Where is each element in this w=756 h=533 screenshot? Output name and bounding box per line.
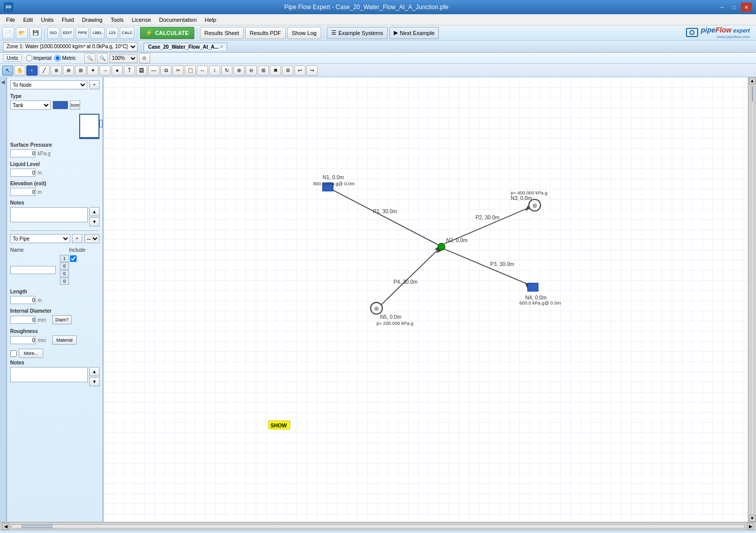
notes-up-button[interactable]: ▲ [89,207,99,216]
right-scrollbar[interactable]: ▲ ▼ [748,77,756,522]
node-n4-tank[interactable] [528,283,538,291]
type-select[interactable]: Tank [10,101,51,110]
new-button[interactable]: 📄 [2,27,14,39]
liquid-level-input[interactable] [10,169,36,177]
pipe-name-input[interactable] [10,266,56,274]
pump-tool[interactable]: ⊕ [51,65,62,76]
example-systems-button[interactable]: ☰ Example Systems [327,27,388,39]
zoom-out-button[interactable]: 🔍 [84,53,95,63]
include-checkbox[interactable] [70,255,77,262]
zone-select[interactable]: Zone 1: Water [1000.000000 kg/m³ at 0.0k… [3,42,138,51]
add-pipe-button[interactable]: + [72,234,82,243]
copy-tool[interactable]: ⧉ [160,65,171,76]
color-swatch[interactable] [53,101,68,109]
redo-tool[interactable]: ↪ [306,65,318,76]
pipe-p4-line[interactable] [380,249,439,307]
pipe-tool[interactable]: ╱ [39,65,50,76]
material-button[interactable]: Material [52,336,77,345]
image-tool[interactable]: 🖼 [136,65,147,76]
valve-tool[interactable]: ⊗ [63,65,74,76]
menu-help[interactable]: Help [201,16,221,24]
flow-tool[interactable]: → [99,65,111,76]
cut-tool[interactable]: ✂ [173,65,184,76]
close-button[interactable]: ✕ [741,3,752,12]
results-pdf-button[interactable]: Results PDF [245,27,286,39]
tab-close-button[interactable]: × [220,44,223,49]
add-node-button[interactable]: + [89,80,99,89]
select-tool[interactable]: ↖ [2,65,13,76]
metric-radio[interactable] [54,55,61,61]
metric-radio-label[interactable]: Metric [54,55,76,61]
line-tool[interactable]: — [148,65,159,76]
minimize-button[interactable]: ─ [716,3,728,12]
scroll-down-arrow[interactable]: ▼ [749,515,756,522]
more-checkbox[interactable] [10,350,17,357]
imperial-radio-label[interactable]: Imperial [26,55,52,61]
imperial-radio[interactable] [26,55,32,61]
scroll-track-right[interactable] [752,84,753,515]
surface-pressure-input[interactable] [10,149,36,157]
roughness-input[interactable] [10,336,36,344]
properties-tool[interactable]: ⚙ [282,65,293,76]
active-tab[interactable]: Case_20_Water_Flow_At_A... × [144,43,227,51]
node-tool[interactable]: ● [112,65,123,76]
pipe-button[interactable]: PIPE [76,27,89,39]
menu-drawing[interactable]: Drawing [78,16,107,24]
to-pipe-select[interactable]: To Pipe [10,234,70,243]
menu-units[interactable]: Units [37,16,58,24]
pipe-notes-input[interactable] [10,367,88,382]
menu-file[interactable]: File [2,16,19,24]
node-n2-junction[interactable] [438,243,445,250]
pipe-p3-line[interactable] [444,249,529,285]
more-button[interactable]: More... [19,349,43,358]
rotate-tool[interactable]: ↻ [221,65,232,76]
mirror-h-tool[interactable]: ↔ [197,65,208,76]
123-button[interactable]: 123 [106,27,118,39]
zoom-out-tool[interactable]: ⊖ [246,65,257,76]
pipe-p1-line[interactable] [331,189,438,245]
zoom-select[interactable]: 100% [110,54,138,63]
node-notes-input[interactable] [10,207,88,222]
text-tool[interactable]: T [124,65,135,76]
units-button[interactable]: Units [3,54,22,62]
to-node-select[interactable]: To Node [10,80,87,89]
pipe-style-select[interactable]: — [84,234,99,243]
scroll-up-arrow[interactable]: ▲ [749,77,756,84]
menu-documentation[interactable]: Documentation [155,16,201,24]
menu-edit[interactable]: Edit [19,16,37,24]
menu-tools[interactable]: Tools [107,16,128,24]
hand-tool[interactable]: ✋ [14,65,25,76]
show-log-button[interactable]: Show Log [287,27,321,39]
undo-tool[interactable]: ↩ [294,65,305,76]
pipe-length-input[interactable] [10,296,36,304]
scroll-right-arrow[interactable]: ▶ [747,523,754,530]
component-tool[interactable]: ⊞ [75,65,86,76]
pipe-notes-up-button[interactable]: ▲ [89,367,99,376]
horizontal-scrollbar[interactable]: ◀ ▶ [0,522,756,530]
internal-diameter-input[interactable] [10,316,36,324]
zoom-in-button[interactable]: 🔍 [97,53,108,63]
paste-tool[interactable]: 📋 [185,65,196,76]
add-node-tool[interactable]: ⊞ [258,65,269,76]
next-example-button[interactable]: ▶ Next Example [389,27,439,39]
label-button[interactable]: LBEL [90,27,105,39]
mirror-v-tool[interactable]: ↕ [209,65,220,76]
menu-license[interactable]: License [128,16,155,24]
menu-fluid[interactable]: Fluid [58,16,78,24]
calculate-button[interactable]: ⚡ CALCULATE [140,27,194,39]
show-button-label[interactable]: SHOW [270,423,287,428]
elevation-input[interactable] [10,188,36,196]
panel-collapse-button[interactable]: ◀ [0,77,7,522]
scroll-track-bottom[interactable] [11,524,745,528]
zoom-fit-button[interactable]: ⊡ [139,53,150,63]
edit-button[interactable]: EDIT [61,27,74,39]
scroll-thumb-bottom[interactable] [22,525,52,528]
canvas-area[interactable]: P1, 30.0m P2, 30.0m P3, 30.0m P4, 30.0m … [104,77,748,522]
tank-tool[interactable]: ▪ [26,65,38,76]
diam-button[interactable]: Diam? [52,315,72,324]
scroll-left-arrow[interactable]: ◀ [2,523,9,530]
maximize-button[interactable]: □ [729,3,740,12]
scroll-thumb-right[interactable] [752,86,753,102]
icon-button[interactable]: Icon [70,101,80,110]
notes-down-button[interactable]: ▼ [89,217,99,226]
